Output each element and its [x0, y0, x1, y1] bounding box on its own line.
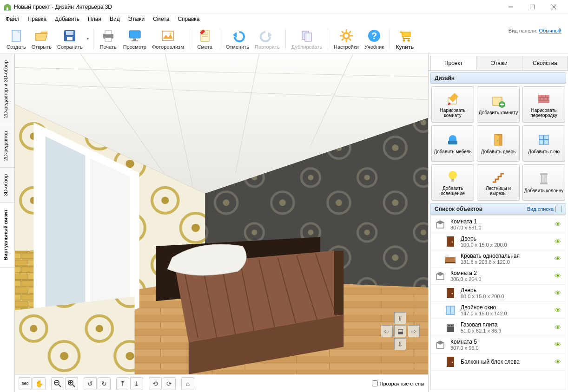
visibility-toggle[interactable]: 👁 [555, 324, 563, 331]
tab-properties[interactable]: Свойства [522, 56, 568, 70]
vtab-3d[interactable]: 3D-обзор [0, 168, 14, 203]
menu-estimate[interactable]: Смета [149, 15, 173, 23]
panel-mode-link[interactable]: Обычный [539, 28, 561, 33]
right-panel: Проект Этажи Свойства Дизайн Нарисовать … [429, 54, 568, 392]
save-dropdown[interactable]: ▾ [86, 29, 90, 49]
tab-project[interactable]: Проект [430, 56, 476, 70]
transparent-walls-input[interactable] [372, 380, 378, 386]
svg-rect-14 [129, 31, 140, 38]
object-row[interactable]: Дверь100.0 x 15.0 x 200.0👁 [431, 233, 566, 250]
visibility-toggle[interactable]: 👁 [555, 341, 563, 348]
nav-left-button[interactable]: ⇦ [381, 325, 393, 337]
rotate-left-button[interactable]: ↺ [84, 377, 97, 390]
tab-floors[interactable]: Этажи [476, 56, 522, 70]
preview-button[interactable]: Просмотр [120, 27, 149, 51]
app-icon [4, 3, 11, 11]
object-row[interactable]: Балконный блок слева👁 [431, 353, 566, 371]
visibility-toggle[interactable]: 👁 [555, 358, 563, 366]
svg-rect-1 [7, 7, 8, 10]
object-row[interactable]: Комната 5307.0 x 96.0👁 [431, 336, 566, 353]
maximize-button[interactable] [522, 0, 543, 14]
add-furniture-button[interactable]: Добавить мебель [431, 125, 474, 162]
menu-help[interactable]: Справка [174, 15, 203, 23]
toolbar-sep-4 [285, 29, 286, 49]
draw-partition-button[interactable]: Нарисовать перегородку [522, 86, 565, 123]
svg-text:?: ? [371, 31, 377, 41]
object-row[interactable]: Дверь80.0 x 15.0 x 200.0👁 [431, 285, 566, 302]
menu-add[interactable]: Добавить [51, 15, 83, 23]
visibility-toggle[interactable]: 👁 [555, 238, 563, 245]
3d-viewport[interactable]: ⇧ ⇩ ⇦ ⇨ ⬓ [15, 54, 428, 374]
transparent-walls-checkbox[interactable]: Прозрачные стены [372, 380, 424, 386]
floppy-icon [62, 28, 77, 43]
pan-button[interactable]: ✋ [33, 377, 46, 390]
add-column-button[interactable]: Добавить колонну [522, 164, 565, 201]
print-button[interactable]: Печать [96, 27, 120, 51]
visibility-toggle[interactable]: 👁 [555, 221, 563, 228]
vtab-virtual-visit[interactable]: Виртуальный визит [0, 203, 14, 268]
create-button[interactable]: Создать [4, 27, 29, 51]
menu-file[interactable]: Файл [2, 15, 23, 23]
tilt-up-button[interactable]: ⤒ [116, 377, 129, 390]
nav-up-button[interactable]: ⇧ [394, 312, 406, 324]
nav-down-button[interactable]: ⇩ [394, 338, 406, 350]
object-thumb [444, 321, 457, 334]
list-view-mode-link[interactable]: Вид списка [527, 206, 554, 212]
tutorial-button[interactable]: ?Учебник [362, 27, 387, 51]
add-lighting-button[interactable]: Добавить освещение [431, 164, 474, 201]
minimize-button[interactable] [500, 0, 522, 14]
object-row[interactable]: Газовая плита51.0 x 62.1 x 86.9👁 [431, 319, 566, 336]
orbit-right-button[interactable]: ⟳ [163, 377, 176, 390]
svg-point-125 [452, 242, 453, 243]
object-row[interactable]: Комната 1307.0 x 531.0👁 [431, 216, 566, 233]
redo-button[interactable]: Повторить [252, 27, 283, 51]
tilt-down-button[interactable]: ⤓ [130, 377, 143, 390]
orbit-left-button[interactable]: ⟲ [149, 377, 162, 390]
home-view-button[interactable]: ⌂ [181, 377, 194, 390]
nav-right-button[interactable]: ⇨ [408, 325, 420, 337]
add-door-button[interactable]: Добавить дверь [477, 125, 520, 162]
undo-button[interactable]: Отменить [223, 27, 252, 51]
navigation-pad: ⇧ ⇩ ⇦ ⇨ ⬓ [381, 312, 420, 351]
settings-button[interactable]: Настройки [331, 27, 362, 51]
zoom-in-button[interactable] [65, 377, 78, 390]
duplicate-button[interactable]: Дублировать [289, 27, 325, 51]
svg-point-19 [170, 33, 172, 34]
view-360-button[interactable]: 360 [19, 377, 32, 390]
list-view-mode-icon[interactable] [555, 206, 562, 212]
stairs-cutouts-button[interactable]: Лестницы и вырезы [477, 164, 520, 201]
object-row[interactable]: Двойное окно147.0 x 15.0 x 142.0👁 [431, 302, 566, 319]
toolbar-sep-5 [328, 29, 328, 49]
open-button[interactable]: Открыть [29, 27, 54, 51]
vtab-2d-3d[interactable]: 2D-редактор и 3D-обзор [0, 54, 14, 124]
visibility-toggle[interactable]: 👁 [555, 307, 563, 314]
visibility-toggle[interactable]: 👁 [555, 289, 563, 297]
rotate-right-button[interactable]: ↻ [98, 377, 111, 390]
objects-list[interactable]: Комната 1307.0 x 531.0👁Дверь100.0 x 15.0… [430, 216, 566, 390]
menu-floors[interactable]: Этажи [125, 15, 148, 23]
visibility-toggle[interactable]: 👁 [555, 272, 563, 280]
close-button[interactable] [543, 0, 564, 14]
object-row[interactable]: Кровать односпальная131.8 x 203.8 x 120.… [431, 250, 566, 268]
menu-plan[interactable]: План [84, 15, 105, 23]
visibility-toggle[interactable]: 👁 [555, 255, 563, 262]
toolbar-sep-2 [190, 29, 190, 49]
object-row[interactable]: Комната 2306.0 x 264.0👁 [431, 268, 566, 285]
menu-view[interactable]: Вид [106, 15, 124, 23]
photoreal-button[interactable]: Фотореализм [149, 27, 187, 51]
vtab-2d[interactable]: 2D-редактор [0, 124, 14, 168]
add-window-button[interactable]: Добавить окно [522, 125, 565, 162]
add-room-button[interactable]: Добавить комнату [477, 86, 520, 123]
save-button[interactable]: Сохранить [54, 27, 86, 51]
object-name: Комната 2 [450, 270, 551, 276]
buy-button[interactable]: Купить [393, 27, 417, 51]
nav-center-button[interactable]: ⬓ [394, 325, 406, 337]
svg-rect-127 [445, 255, 449, 257]
estimate-button[interactable]: Смета [193, 27, 217, 51]
draw-room-button[interactable]: Нарисовать комнату [431, 86, 474, 123]
svg-line-94 [73, 385, 75, 387]
zoom-out-button[interactable] [51, 377, 64, 390]
menu-edit[interactable]: Правка [24, 15, 51, 23]
object-dims: 80.0 x 15.0 x 200.0 [461, 294, 551, 299]
object-dims: 131.8 x 203.8 x 120.0 [461, 259, 551, 265]
